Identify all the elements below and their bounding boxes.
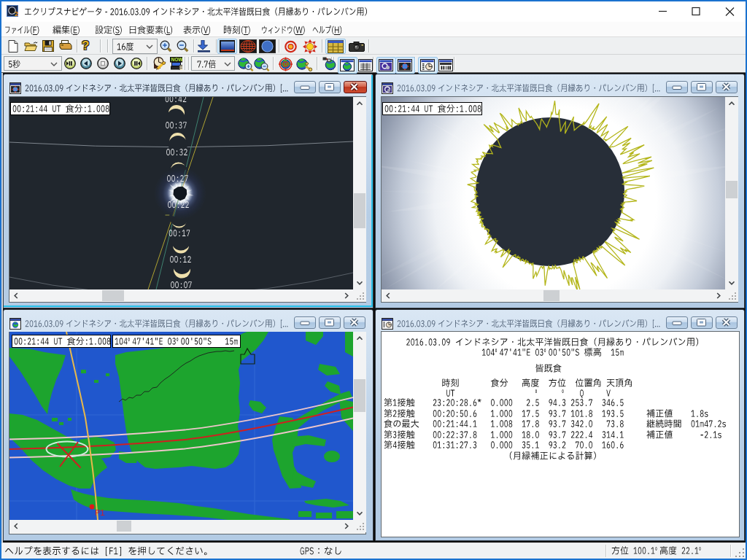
svg-text:NOW: NOW bbox=[171, 57, 183, 62]
svg-text:2: 2 bbox=[15, 10, 18, 18]
